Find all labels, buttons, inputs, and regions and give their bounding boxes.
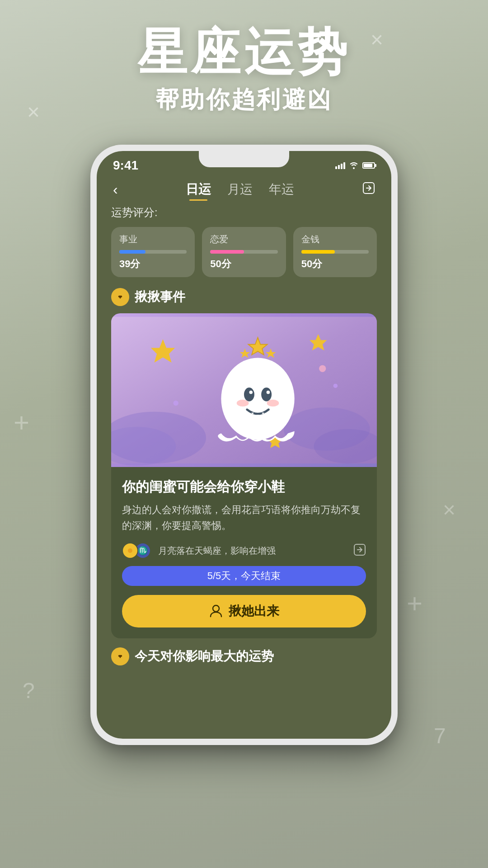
bottom-section: 今天对你影响最大的运势 [97, 647, 391, 665]
signal-bar-2 [338, 165, 340, 169]
score-bar-money-bg [301, 250, 369, 254]
tag-icon-yellow [122, 542, 138, 559]
signal-bar-1 [335, 166, 337, 169]
deco-x-3: × [443, 497, 455, 522]
phone-notch [199, 151, 289, 167]
svg-point-19 [267, 400, 279, 406]
nav-bar: ‹ 日运 月运 年运 [97, 176, 391, 205]
event-title: 你的闺蜜可能会给你穿小鞋 [122, 478, 366, 496]
share-button[interactable] [362, 182, 375, 198]
svg-point-16 [249, 391, 253, 394]
score-bar-love-bg [210, 250, 277, 254]
score-label-money: 金钱 [301, 233, 369, 245]
svg-point-13 [221, 358, 294, 439]
score-bar-love-fill [210, 250, 244, 254]
action-button[interactable]: 揪她出来 [122, 595, 366, 627]
score-bar-money-fill [301, 250, 335, 254]
bottom-section-header: 今天对你影响最大的运势 [111, 647, 377, 665]
title-area: 星座运势 帮助你趋利避凶 [0, 27, 488, 116]
signal-bar-3 [341, 164, 343, 169]
deco-seven: 7 [434, 723, 446, 748]
score-cards: 事业 39分 恋爱 50分 [111, 227, 377, 277]
svg-point-14 [244, 387, 254, 401]
deco-plus-1: + [14, 407, 29, 438]
event-section-title: 揪揪事件 [135, 288, 185, 306]
event-desc: 身边的人会对你撒谎，会用花言巧语将你推向万劫不复的深渊，你要提高警惕。 [122, 502, 366, 533]
main-content: 运势评分: 事业 39分 恋爱 [97, 205, 391, 638]
svg-point-18 [237, 400, 249, 406]
tab-monthly[interactable]: 月运 [227, 181, 253, 198]
sub-title: 帮助你趋利避凶 [0, 84, 488, 116]
event-section-header: 揪揪事件 [111, 288, 377, 306]
score-value-love: 50分 [210, 257, 277, 271]
event-section-icon [111, 288, 129, 306]
score-card-love: 恋爱 50分 [202, 227, 286, 277]
progress-bar: 5/5天，今天结束 [122, 566, 366, 586]
nav-tabs: 日运 月运 年运 [186, 181, 294, 198]
score-value-money: 50分 [301, 257, 369, 271]
tab-daily[interactable]: 日运 [186, 181, 211, 198]
signal-bar-4 [343, 162, 345, 169]
scores-label: 运势评分: [111, 205, 377, 220]
score-label-career: 事业 [119, 233, 187, 245]
score-label-love: 恋爱 [210, 233, 277, 245]
event-tag-icons: ♏ [122, 542, 151, 559]
event-footer: ♏ 月亮落在天蝎座，影响在增强 [122, 542, 366, 559]
deco-question: ? [23, 678, 35, 703]
svg-point-11 [333, 384, 338, 388]
bottom-section-title: 今天对你影响最大的运势 [135, 648, 274, 665]
back-button[interactable]: ‹ [113, 181, 118, 198]
score-card-money: 金钱 50分 [293, 227, 377, 277]
main-title: 星座运势 [0, 27, 488, 77]
battery-icon [362, 162, 375, 169]
event-card: 你的闺蜜可能会给你穿小鞋 身边的人会对你撒谎，会用花言巧语将你推向万劫不复的深渊… [111, 313, 377, 638]
score-bar-career-bg [119, 250, 187, 254]
score-card-career: 事业 39分 [111, 227, 195, 277]
score-bar-career-fill [119, 250, 145, 254]
event-content: 你的闺蜜可能会给你穿小鞋 身边的人会对你撒谎，会用花言巧语将你推向万劫不复的深渊… [111, 467, 377, 638]
deco-plus-2: + [407, 588, 422, 619]
event-tag: ♏ 月亮落在天蝎座，影响在增强 [122, 542, 276, 559]
status-time: 9:41 [113, 158, 138, 173]
wifi-icon [349, 162, 359, 169]
share-icon-small[interactable] [353, 543, 366, 558]
svg-point-10 [319, 365, 326, 372]
svg-point-26 [213, 605, 219, 612]
svg-point-15 [261, 387, 272, 401]
tag-text: 月亮落在天蝎座，影响在增强 [158, 545, 276, 557]
action-btn-text: 揪她出来 [229, 603, 279, 620]
phone-inner: 9:41 [97, 151, 391, 739]
svg-point-17 [267, 391, 270, 394]
svg-point-24 [128, 548, 132, 553]
phone-outer: 9:41 [90, 145, 398, 745]
event-illustration [111, 313, 377, 467]
bottom-section-icon [111, 647, 129, 665]
status-icons [335, 162, 375, 169]
score-value-career: 39分 [119, 257, 187, 271]
action-btn-icon [209, 604, 223, 618]
phone-mockup: 9:41 [90, 145, 398, 745]
progress-text: 5/5天，今天结束 [207, 569, 281, 583]
signal-bars [335, 162, 345, 169]
tab-yearly[interactable]: 年运 [269, 181, 294, 198]
svg-point-12 [173, 401, 178, 406]
